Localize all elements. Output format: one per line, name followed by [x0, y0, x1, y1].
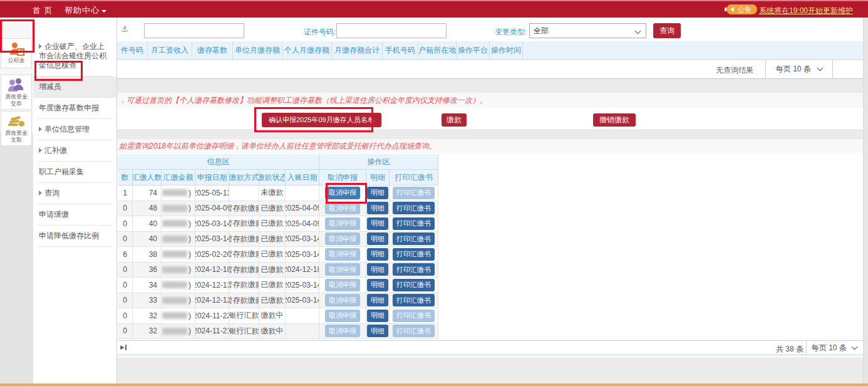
remittance-table: 信息区操作区数汇缴人数汇缴金额申报日期缴款方式缴款状态入账日期取消申报明细打印汇… — [118, 154, 438, 339]
cancel-declare-button[interactable]: 取消申报 — [325, 279, 360, 291]
menu-item-0[interactable]: 企业破产、企业上市合法合规住房公积金信息核查 — [38, 36, 112, 76]
print-remittance-button[interactable]: 打印汇缴书 — [393, 294, 435, 306]
column-header-7: 取消申报 — [319, 170, 366, 185]
confirm-declare-button[interactable]: 确认申报2025年09月缴存人员名单 — [262, 113, 381, 127]
cell-amount-masked: ) — [162, 263, 195, 278]
cell-pay-status: 已缴款 — [259, 278, 286, 293]
gray-band-bottom — [117, 357, 863, 383]
table-row: 036)2024-12-18暂存款缴款已缴款2024-12-18取消申报明细打印… — [118, 263, 438, 278]
cell-pay-status: 已缴款 — [259, 293, 286, 309]
detail-button[interactable]: 明细 — [367, 202, 388, 214]
cell-pay-method: 暂存款缴款 — [229, 201, 259, 217]
grid-header-cell: 操作时间 — [490, 41, 523, 60]
cell-amount-masked: ) — [162, 185, 195, 201]
column-header-0: 数 — [118, 170, 133, 185]
page-size-select-bottom[interactable]: 每页 10 条 — [806, 341, 862, 355]
cell-pay-status: 已缴款 — [259, 263, 286, 278]
rail-item-2[interactable]: 房改资金支取 — [1, 111, 32, 146]
person-edit-icon — [8, 42, 24, 56]
detail-button[interactable]: 明细 — [367, 310, 388, 322]
change-type-label: 变更类型: — [495, 27, 527, 38]
cell-print: 打印汇缴书 — [390, 308, 438, 324]
query-button[interactable]: 查询 — [653, 23, 681, 38]
cell-amount-masked: ) — [162, 201, 195, 217]
detail-button[interactable]: 明细 — [367, 279, 388, 291]
cell-pay-status: 未缴款 — [259, 185, 286, 201]
print-remittance-button[interactable]: 打印汇缴书 — [393, 263, 435, 276]
nav-help[interactable]: 帮助中心 — [65, 5, 106, 16]
menu-item-4[interactable]: 汇补缴 — [38, 140, 112, 162]
change-type-value: 全部 — [534, 26, 549, 35]
detail-button[interactable]: 明细 — [367, 263, 388, 276]
group-header-ops: 操作区 — [319, 154, 438, 170]
print-remittance-button[interactable]: 打印汇缴书 — [393, 279, 435, 291]
column-header-9: 打印汇缴书 — [390, 170, 438, 185]
cancel-declare-button[interactable]: 取消申报 — [325, 310, 360, 322]
rail-item-1[interactable]: 房改资金交存 — [1, 75, 32, 110]
notice-strip-1: ，可通过首页的【个人缴存基数修改】功能调整职工缴存基数（线上渠道住房公积金年度内… — [117, 93, 863, 108]
cell-cancel-declare: 取消申报 — [319, 201, 366, 217]
cancel-declare-button[interactable]: 取消申报 — [325, 325, 360, 337]
cell-detail: 明细 — [366, 324, 390, 340]
detail-button[interactable]: 明细 — [367, 248, 388, 261]
menu-item-2[interactable]: 年度缴存基数申报 — [38, 98, 112, 119]
menu-item-8[interactable]: 申请降低缴存比例 — [38, 226, 112, 247]
rail-item-0[interactable]: 公积金 — [1, 38, 32, 68]
menu-item-3[interactable]: 单位信息管理 — [38, 119, 112, 140]
menu-item-label: 企业破产、企业上市合法合规住房公积金信息核查 — [39, 42, 106, 70]
masked-amount — [162, 312, 187, 319]
page-size-select-top[interactable]: 每页 10 条 — [765, 60, 833, 78]
cell-people: 48 — [133, 201, 162, 217]
detail-button[interactable]: 明细 — [367, 217, 388, 230]
print-remittance-button[interactable]: 打印汇缴书 — [393, 232, 435, 245]
menu-item-1[interactable]: 增减员 — [33, 76, 116, 98]
cancel-declare-button[interactable]: 取消申报 — [325, 248, 360, 261]
menu-item-6[interactable]: 查询 — [38, 183, 112, 204]
cell-pay-method: 暂存款缴款 — [229, 232, 259, 248]
detail-button[interactable]: 明细 — [367, 187, 388, 199]
print-remittance-button[interactable]: 打印汇缴书 — [393, 202, 435, 214]
revoke-pay-button[interactable]: 撤销缴款 — [593, 113, 636, 127]
print-remittance-button[interactable]: 打印汇缴书 — [393, 187, 435, 199]
detail-button[interactable]: 明细 — [367, 325, 388, 337]
cancel-declare-button[interactable]: 取消申报 — [325, 294, 360, 306]
print-remittance-button[interactable]: 打印汇缴书 — [393, 325, 435, 337]
print-remittance-button[interactable]: 打印汇缴书 — [393, 217, 435, 230]
right-scroll-gutter[interactable] — [863, 18, 868, 383]
cancel-declare-button[interactable]: 取消申报 — [325, 232, 360, 245]
nav-home[interactable]: 首 页 — [33, 5, 53, 16]
change-type-select[interactable]: 全部 — [529, 23, 646, 38]
cell-pay-method: 银行汇款 — [229, 308, 259, 324]
cell-print: 打印汇缴书 — [390, 201, 438, 217]
cert-number-input[interactable] — [336, 23, 447, 38]
scroll-bar-icon — [125, 345, 127, 350]
keyword-input[interactable] — [144, 23, 244, 38]
print-remittance-button[interactable]: 打印汇缴书 — [393, 310, 435, 322]
menu-item-7[interactable]: 申请缓缴 — [38, 204, 112, 226]
cell-pay-method: 暂存款缴款 — [229, 278, 259, 293]
cancel-declare-button[interactable]: 取消申报 — [325, 263, 360, 276]
scroll-end-indicator[interactable]: ▶ — [120, 344, 127, 350]
announcement-badge[interactable]: 公告 — [726, 4, 757, 14]
masked-amount — [162, 266, 187, 273]
menu-item-5[interactable]: 职工户籍采集 — [38, 162, 112, 183]
maintenance-link[interactable]: 系统将在19:00开始更新维护 — [759, 6, 853, 16]
announcement-badge-label: 公告 — [738, 6, 752, 13]
pay-button[interactable]: 缴款 — [442, 113, 467, 127]
detail-button[interactable]: 明细 — [367, 232, 388, 245]
cell-num: 1 — [118, 185, 133, 201]
cancel-declare-button[interactable]: 取消申报 — [325, 202, 360, 214]
cell-print: 打印汇缴书 — [390, 247, 438, 263]
cell-pay-status: 已缴款 — [259, 232, 286, 248]
cell-amount-masked: ) — [162, 216, 195, 232]
grid-header-cell: 月缴存额合计 — [332, 41, 383, 60]
detail-button[interactable]: 明细 — [367, 294, 388, 306]
print-remittance-button[interactable]: 打印汇缴书 — [393, 248, 435, 261]
masked-amount — [162, 236, 187, 243]
anchor-icon: ⚓ — [121, 24, 129, 34]
cancel-declare-button[interactable]: 取消申报 — [325, 217, 360, 230]
cancel-declare-button[interactable]: 取消申报 — [325, 187, 360, 199]
page-size-value: 每页 10 条 — [812, 343, 847, 352]
cell-pay-method — [229, 185, 259, 201]
cell-num: 0 — [118, 263, 133, 278]
